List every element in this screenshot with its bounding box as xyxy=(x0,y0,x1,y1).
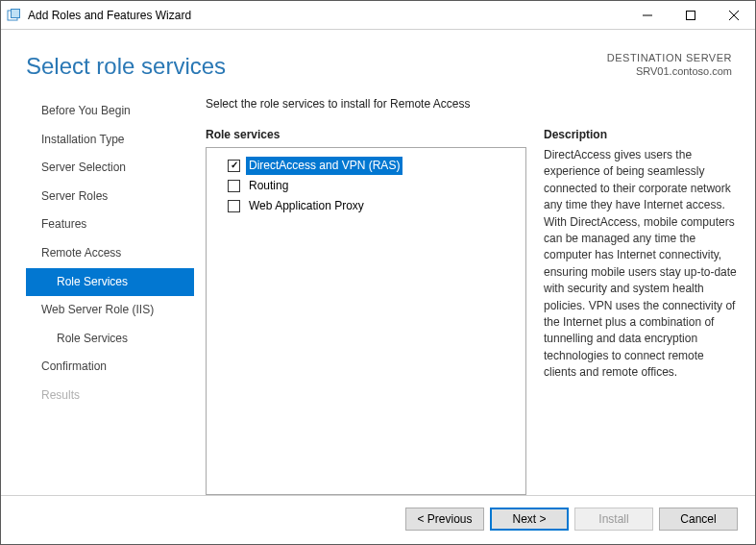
close-button[interactable] xyxy=(712,1,755,29)
install-button[interactable]: Install xyxy=(574,508,653,531)
window-title: Add Roles and Features Wizard xyxy=(28,9,191,22)
app-icon xyxy=(7,8,22,23)
svg-rect-2 xyxy=(12,10,19,17)
body: Before You BeginInstallation TypeServer … xyxy=(1,89,755,495)
destination-value: SRV01.contoso.com xyxy=(607,64,732,78)
nav-item[interactable]: Features xyxy=(26,211,194,239)
wizard-window: Add Roles and Features Wizard Select rol… xyxy=(0,0,756,545)
nav-sidebar: Before You BeginInstallation TypeServer … xyxy=(26,89,194,495)
nav-item[interactable]: Confirmation xyxy=(26,353,194,382)
minimize-button[interactable] xyxy=(625,1,669,29)
role-service-item[interactable]: Routing xyxy=(212,176,520,196)
titlebar: Add Roles and Features Wizard xyxy=(1,1,755,30)
destination-label: DESTINATION SERVER xyxy=(607,51,732,64)
role-services-column: Role services DirectAccess and VPN (RAS)… xyxy=(206,128,526,495)
checkbox[interactable] xyxy=(228,160,240,172)
description-text: DirectAccess gives users the experience … xyxy=(544,147,738,381)
nav-item[interactable]: Installation Type xyxy=(26,126,194,155)
role-service-label: Routing xyxy=(246,177,291,195)
content-columns: Role services DirectAccess and VPN (RAS)… xyxy=(206,128,738,495)
page-title: Select role services xyxy=(26,53,607,80)
maximize-button[interactable] xyxy=(669,1,712,29)
role-service-item[interactable]: Web Application Proxy xyxy=(212,196,520,216)
role-services-label: Role services xyxy=(206,128,526,141)
role-service-label: Web Application Proxy xyxy=(246,197,367,215)
description-column: Description DirectAccess gives users the… xyxy=(544,128,738,495)
nav-item[interactable]: Remote Access xyxy=(26,239,194,268)
role-service-item[interactable]: DirectAccess and VPN (RAS) xyxy=(212,156,520,176)
header: Select role services DESTINATION SERVER … xyxy=(1,30,755,89)
role-services-tree[interactable]: DirectAccess and VPN (RAS)RoutingWeb App… xyxy=(206,147,526,495)
svg-rect-4 xyxy=(686,11,695,19)
nav-item[interactable]: Web Server Role (IIS) xyxy=(26,296,194,325)
cancel-button[interactable]: Cancel xyxy=(659,508,738,531)
next-button[interactable]: Next > xyxy=(490,508,569,531)
previous-button[interactable]: < Previous xyxy=(405,508,484,531)
nav-item[interactable]: Server Roles xyxy=(26,183,194,211)
instruction-text: Select the role services to install for … xyxy=(206,97,738,111)
nav-item[interactable]: Server Selection xyxy=(26,154,194,183)
main-panel: Select the role services to install for … xyxy=(194,89,738,495)
description-label: Description xyxy=(544,128,738,141)
nav-item[interactable]: Role Services xyxy=(26,325,194,354)
destination-server: DESTINATION SERVER SRV01.contoso.com xyxy=(607,49,732,79)
footer: < Previous Next > Install Cancel xyxy=(1,495,755,544)
role-service-label: DirectAccess and VPN (RAS) xyxy=(246,157,402,175)
checkbox[interactable] xyxy=(228,180,240,192)
nav-item[interactable]: Role Services xyxy=(26,268,194,297)
nav-item[interactable]: Before You Begin xyxy=(26,97,194,126)
window-controls xyxy=(625,1,755,29)
nav-item: Results xyxy=(26,382,194,410)
checkbox[interactable] xyxy=(228,200,240,212)
